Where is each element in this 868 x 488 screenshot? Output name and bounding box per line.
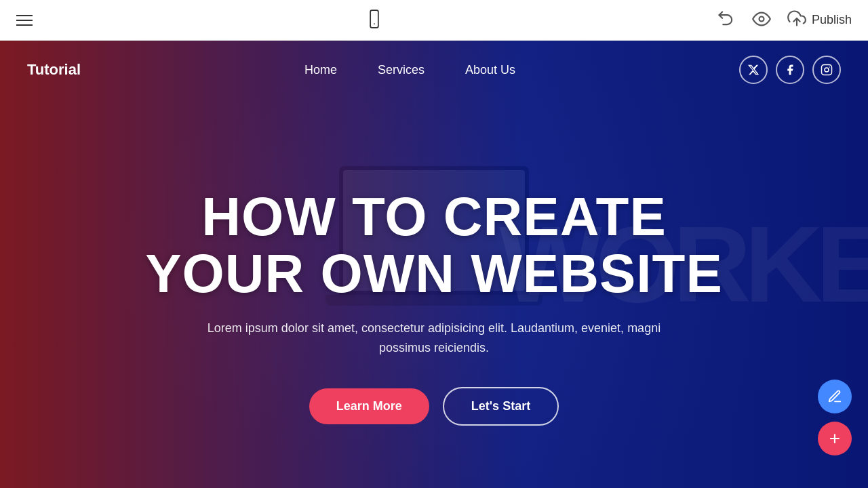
top-bar-left bbox=[16, 15, 33, 26]
facebook-icon[interactable] bbox=[776, 56, 804, 84]
undo-icon[interactable] bbox=[717, 9, 736, 31]
hero-title-line2: YOUR OWN WEBSITE bbox=[145, 243, 723, 304]
top-bar-center bbox=[365, 9, 384, 31]
nav-about[interactable]: About Us bbox=[465, 63, 515, 77]
social-icons bbox=[739, 56, 841, 84]
lets-start-button[interactable]: Let's Start bbox=[443, 387, 559, 426]
top-bar-right: Publish bbox=[717, 9, 852, 31]
instagram-icon[interactable] bbox=[812, 56, 841, 84]
nav-home[interactable]: Home bbox=[304, 63, 337, 77]
phone-icon[interactable] bbox=[365, 9, 384, 31]
nav-links: Home Services About Us bbox=[304, 63, 515, 77]
svg-rect-4 bbox=[822, 65, 832, 75]
fab-plus-button[interactable]: + bbox=[818, 422, 852, 455]
publish-label: Publish bbox=[812, 13, 852, 27]
top-bar: Publish bbox=[0, 0, 868, 41]
svg-point-2 bbox=[759, 16, 764, 21]
hamburger-icon[interactable] bbox=[16, 15, 33, 26]
twitter-icon[interactable] bbox=[739, 56, 768, 84]
preview-icon[interactable] bbox=[752, 9, 771, 31]
hero-buttons: Learn More Let's Start bbox=[309, 387, 559, 426]
hero-subtitle: Lorem ipsum dolor sit amet, consectetur … bbox=[197, 319, 671, 358]
canvas: WORKE Tutorial Home Services About Us bbox=[0, 41, 868, 488]
hero-section: WORKE Tutorial Home Services About Us bbox=[0, 41, 868, 488]
publish-button[interactable]: Publish bbox=[787, 9, 852, 31]
learn-more-button[interactable]: Learn More bbox=[309, 388, 429, 424]
svg-rect-0 bbox=[371, 10, 379, 28]
site-logo: Tutorial bbox=[27, 61, 81, 79]
nav-services[interactable]: Services bbox=[378, 63, 425, 77]
publish-cloud-icon bbox=[787, 9, 806, 31]
site-nav: Tutorial Home Services About Us bbox=[0, 41, 868, 99]
hero-title-line1: HOW TO CREATE bbox=[201, 186, 667, 247]
svg-point-6 bbox=[829, 66, 830, 68]
fab-pen-button[interactable] bbox=[818, 380, 852, 413]
svg-point-5 bbox=[825, 68, 829, 72]
hero-content: HOW TO CREATE YOUR OWN WEBSITE Lorem ips… bbox=[132, 99, 736, 488]
hero-title: HOW TO CREATE YOUR OWN WEBSITE bbox=[145, 188, 723, 302]
